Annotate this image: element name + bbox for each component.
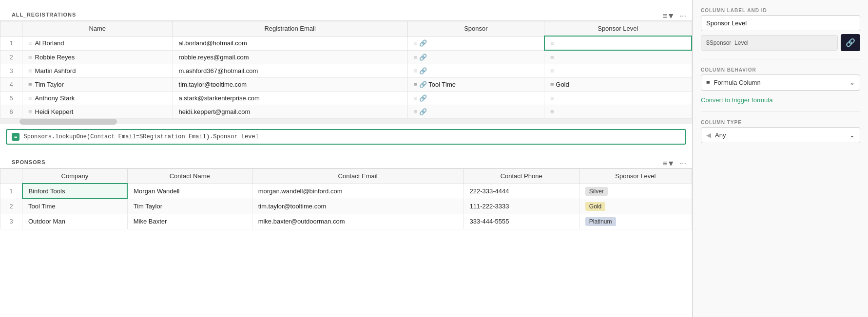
- table-row: 3 ≡ Martin Ashford m.ashford367@hotmail.…: [0, 64, 692, 78]
- name-value: Robbie Reyes: [35, 54, 75, 61]
- sponsor-level-cell: ≡: [544, 50, 692, 64]
- sponsor-level-cell: Silver: [579, 184, 692, 199]
- formula-icon: =: [12, 133, 19, 141]
- row-icon: ≡: [28, 54, 32, 61]
- name-cell: ≡ Al Borland: [22, 36, 173, 50]
- bottom-table-title: SPONSORS: [6, 159, 51, 168]
- top-col-email[interactable]: Registration Email: [173, 21, 407, 37]
- row-icon: ≡: [28, 81, 32, 88]
- contact-email-cell: mike.baxter@outdoorman.com: [252, 214, 463, 229]
- sponsor-level-cell: ≡: [544, 92, 692, 105]
- bot-col-contact-email[interactable]: Contact Email: [252, 169, 463, 184]
- chevron-down-icon: ⌄: [849, 131, 855, 139]
- column-id-value: $Sponsor_Level: [701, 35, 838, 51]
- table-row: 5 ≡ Anthony Stark a.stark@starkenterpris…: [0, 92, 692, 105]
- column-id-row: $Sponsor_Level 🔗: [701, 34, 860, 51]
- contact-email-cell: morgan.wandell@binford.com: [252, 184, 463, 199]
- sponsor-icon: ≡ 🔗: [414, 81, 427, 88]
- sponsor-cell: ≡ 🔗 Tool Time: [407, 78, 544, 92]
- top-col-sponsor-level[interactable]: Sponsor Level: [544, 21, 692, 37]
- row-num: 2: [0, 50, 22, 64]
- contact-name-cell: Tim Taylor: [127, 199, 252, 214]
- table-row: 2 Tool Time Tim Taylor tim.taylor@toolti…: [0, 199, 692, 214]
- sponsor-level-cell: Platinum: [579, 214, 692, 229]
- row-icon: ≡: [28, 67, 32, 75]
- bot-col-rownum: [0, 169, 22, 184]
- contact-name-cell: Morgan Wandell: [127, 184, 252, 199]
- name-cell: ≡ Anthony Stark: [22, 92, 173, 105]
- bot-col-contact-name[interactable]: Contact Name: [127, 169, 252, 184]
- sponsor-icon: ≡ 🔗: [414, 67, 427, 75]
- email-cell: robbie.reyes@gmail.com: [173, 50, 407, 64]
- bottom-filter-icon[interactable]: ≡▼: [662, 159, 675, 168]
- sponsor-level-icon: ≡: [550, 67, 554, 75]
- column-label-input[interactable]: [701, 15, 860, 31]
- sponsor-level-badge: Platinum: [585, 217, 616, 226]
- bot-col-company[interactable]: Company: [22, 169, 128, 184]
- sponsor-level-icon: ≡: [550, 54, 554, 61]
- bot-col-sponsor-level[interactable]: Sponsor Level: [579, 169, 692, 184]
- type-value: Any: [715, 131, 726, 139]
- left-panel: ALL_REGISTRATIONS ≡▼ ··· Name Registrati…: [0, 0, 693, 317]
- column-behavior-section: COLUMN BEHAVIOR ≡ Formula Column ⌄: [701, 67, 860, 91]
- behavior-dropdown-inner: ≡ Formula Column: [706, 79, 761, 86]
- formula-bar[interactable]: = Sponsors.lookupOne(Contact_Email=$Regi…: [6, 129, 686, 145]
- email-cell: heidi.keppert@gmail.com: [173, 105, 407, 119]
- convert-link-container: Convert to trigger formula: [701, 96, 860, 104]
- row-num: 4: [0, 78, 22, 92]
- top-col-sponsor[interactable]: Sponsor: [407, 21, 544, 37]
- horizontal-scroll-thumb[interactable]: [19, 119, 117, 125]
- row-icon: ≡: [28, 39, 32, 47]
- bottom-table-container: Company Contact Name Contact Email Conta…: [0, 168, 692, 229]
- name-cell: ≡ Martin Ashford: [22, 64, 173, 78]
- sponsor-level-badge: Gold: [585, 202, 605, 211]
- sponsor-level-cell: Gold: [579, 199, 692, 214]
- name-value: Heidi Keppert: [35, 108, 74, 115]
- email-cell: tim.taylor@tooltime.com: [173, 78, 407, 92]
- sponsor-level-cell[interactable]: ≡: [544, 36, 692, 50]
- sponsor-cell: ≡ 🔗: [407, 64, 544, 78]
- column-behavior-title: COLUMN BEHAVIOR: [701, 67, 860, 73]
- name-value: Anthony Stark: [35, 94, 75, 102]
- behavior-dropdown[interactable]: ≡ Formula Column ⌄: [701, 75, 860, 91]
- column-label-title: COLUMN LABEL AND ID: [701, 8, 860, 13]
- table-row: 3 Outdoor Man Mike Baxter mike.baxter@ou…: [0, 214, 692, 229]
- sponsor-cell: ≡ 🔗: [407, 50, 544, 64]
- sponsor-cell: ≡ 🔗: [407, 105, 544, 119]
- top-col-name[interactable]: Name: [22, 21, 173, 37]
- horizontal-scrollbar[interactable]: [0, 118, 692, 124]
- top-table-title: ALL_REGISTRATIONS: [6, 12, 82, 20]
- divider-1: [701, 59, 860, 59]
- top-more-icon[interactable]: ···: [680, 12, 686, 20]
- row-num: 1: [0, 184, 22, 199]
- behavior-icon: ≡: [706, 79, 710, 86]
- chevron-down-icon: ⌄: [849, 79, 855, 86]
- top-table-container: Name Registration Email Sponsor Sponsor …: [0, 20, 692, 124]
- sponsor-cell: ≡ 🔗: [407, 36, 544, 50]
- company-cell: Tool Time: [22, 199, 128, 214]
- type-dropdown[interactable]: ◀ Any ⌄: [701, 127, 860, 143]
- sponsor-level-badge: Silver: [585, 187, 608, 196]
- sponsor-level-icon: ≡: [551, 39, 555, 47]
- row-num: 2: [0, 199, 22, 214]
- bottom-more-icon[interactable]: ···: [680, 159, 686, 168]
- link-button[interactable]: 🔗: [841, 34, 860, 51]
- sponsor-icon: ≡ 🔗: [414, 54, 427, 61]
- column-label-section: COLUMN LABEL AND ID $Sponsor_Level 🔗: [701, 8, 860, 51]
- top-col-rownum: [0, 21, 22, 37]
- convert-link[interactable]: Convert to trigger formula: [701, 96, 772, 104]
- sponsor-level-value: Gold: [556, 81, 569, 88]
- column-type-title: COLUMN TYPE: [701, 120, 860, 125]
- sponsor-icon: ≡ 🔗: [414, 94, 427, 102]
- row-icon: ≡: [28, 94, 32, 102]
- top-filter-icon[interactable]: ≡▼: [662, 12, 675, 20]
- name-value: Martin Ashford: [35, 67, 76, 75]
- table-row: 1 ≡ Al Borland al.borland@hotmail.com ≡ …: [0, 36, 692, 50]
- top-table: Name Registration Email Sponsor Sponsor …: [0, 21, 692, 119]
- sponsor-icon: ≡ 🔗: [414, 39, 427, 47]
- bot-col-contact-phone[interactable]: Contact Phone: [463, 169, 579, 184]
- sponsor-level-icon: ≡: [550, 94, 554, 102]
- sponsor-level-icon: ≡: [550, 81, 554, 88]
- divider-2: [701, 112, 860, 112]
- row-num: 5: [0, 92, 22, 105]
